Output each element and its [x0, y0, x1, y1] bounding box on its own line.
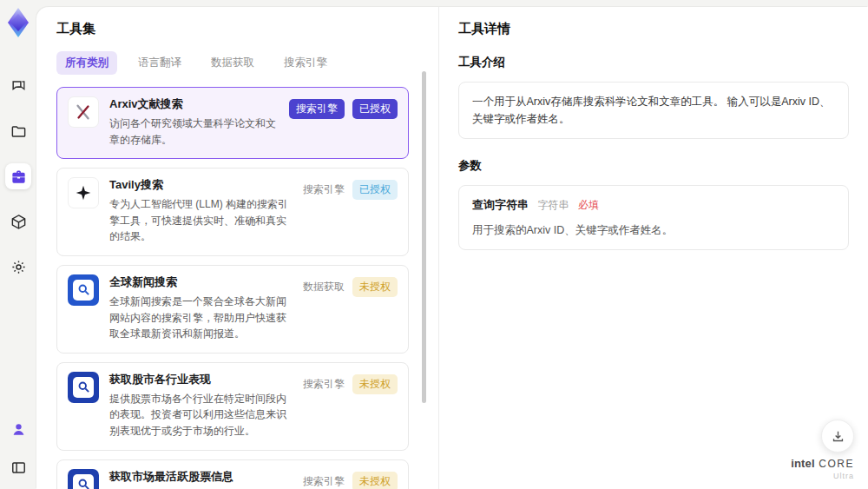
params-heading: 参数 [458, 158, 849, 174]
tool-name: Arxiv文献搜索 [109, 96, 279, 112]
category-tabs: 所有类别 语言翻译 数据获取 搜索引擎 [56, 51, 421, 75]
arxiv-icon [68, 96, 99, 128]
folder-icon[interactable] [5, 118, 31, 144]
category-badge: 搜索引擎 [303, 180, 345, 200]
stock-search-icon [68, 372, 99, 403]
app-logo-icon [5, 7, 31, 38]
cube-icon[interactable] [5, 208, 31, 235]
gear-icon[interactable] [5, 254, 31, 280]
tool-name: 获取市场最活跃股票信息 [109, 469, 293, 485]
app-window: 工具集 所有类别 语言翻译 数据获取 搜索引擎 A [0, 0, 868, 489]
page-title: 工具集 [56, 21, 421, 37]
tool-desc: 访问各个研究领域大量科学论文和文章的存储库。 [109, 116, 279, 148]
status-badge: 未授权 [352, 277, 398, 297]
core-logo-text: CORE [819, 458, 854, 470]
user-avatar-icon[interactable] [5, 416, 31, 442]
param-type: 字符串 [537, 199, 569, 211]
intel-logo-text: intel [791, 457, 815, 470]
nav-rail [0, 0, 36, 489]
tool-card-arxiv[interactable]: Arxiv文献搜索 访问各个研究领域大量科学论文和文章的存储库。 搜索引擎 已授… [56, 87, 409, 159]
tool-detail-panel: 工具详情 工具介绍 一个用于从Arxiv存储库搜索科学论文和文章的工具。 输入可… [438, 7, 868, 489]
tab-search-engine[interactable]: 搜索引擎 [275, 51, 336, 75]
category-badge: 搜索引擎 [303, 374, 345, 394]
list-scrollbar[interactable] [422, 71, 426, 403]
tool-name: 获取股市各行业表现 [109, 372, 293, 387]
param-box: 查询字符串 字符串 必填 用于搜索的Arxiv ID、关键字或作者姓名。 [458, 185, 849, 250]
news-search-icon [68, 274, 99, 306]
intro-heading: 工具介绍 [458, 55, 849, 70]
intro-box: 一个用于从Arxiv存储库搜索科学论文和文章的工具。 输入可以是Arxiv ID… [458, 82, 849, 139]
status-badge: 已授权 [352, 99, 398, 119]
param-name: 查询字符串 [472, 198, 529, 211]
tool-desc: 全球新闻搜索是一个聚合全球各大新闻网站内容的搜索引擎，帮助用户快速获取全球最新资… [109, 294, 293, 342]
download-icon [831, 429, 845, 444]
tab-data-fetch[interactable]: 数据获取 [202, 51, 263, 75]
status-badge: 未授权 [352, 374, 398, 394]
category-badge: 搜索引擎 [289, 99, 345, 119]
tool-desc: 专为人工智能代理 (LLM) 构建的搜索引擎工具，可快速提供实时、准确和真实的结… [109, 196, 293, 245]
tool-card-sector-performance[interactable]: 获取股市各行业表现 提供股票市场各个行业在特定时间段内的表现。投资者可以利用这些… [56, 362, 409, 451]
tab-all-categories[interactable]: 所有类别 [56, 51, 117, 75]
tools-briefcase-icon[interactable] [5, 163, 31, 189]
tool-name: 全球新闻搜索 [109, 274, 293, 290]
param-desc: 用于搜索的Arxiv ID、关键字或作者姓名。 [472, 221, 835, 239]
ultra-logo-text: Ultra [791, 472, 854, 480]
download-button[interactable] [821, 420, 854, 453]
tool-card-tavily[interactable]: Tavily搜索 专为人工智能代理 (LLM) 构建的搜索引擎工具，可快速提供实… [56, 168, 409, 256]
category-badge: 数据获取 [303, 277, 345, 297]
status-badge: 已授权 [352, 180, 398, 200]
panel-toggle-icon[interactable] [5, 454, 31, 480]
tool-list: Arxiv文献搜索 访问各个研究领域大量科学论文和文章的存储库。 搜索引擎 已授… [56, 87, 421, 489]
chat-icon[interactable] [5, 73, 31, 99]
tool-list-panel: 工具集 所有类别 语言翻译 数据获取 搜索引擎 A [36, 7, 438, 489]
tab-language-translation[interactable]: 语言翻译 [129, 51, 190, 75]
category-badge: 搜索引擎 [303, 472, 345, 489]
tool-card-most-active-stocks[interactable]: 获取市场最活跃股票信息 提供当天交易量最高的股票列表，投资者可以利用这些信息来识… [56, 459, 409, 489]
tool-card-global-news[interactable]: 全球新闻搜索 全球新闻搜索是一个聚合全球各大新闻网站内容的搜索引擎，帮助用户快速… [56, 265, 409, 354]
detail-title: 工具详情 [458, 21, 849, 37]
stock-search-icon [68, 469, 99, 489]
param-required-badge: 必填 [578, 199, 599, 211]
status-badge: 未授权 [352, 472, 398, 489]
tool-desc: 提供股票市场各个行业在特定时间段内的表现。投资者可以利用这些信息来识别表现优于或… [109, 391, 293, 439]
intel-core-badge: intel CORE Ultra [791, 456, 854, 480]
tavily-star-icon [68, 177, 99, 208]
intro-text: 一个用于从Arxiv存储库搜索科学论文和文章的工具。 输入可以是Arxiv ID… [472, 96, 831, 125]
content-card: 工具集 所有类别 语言翻译 数据获取 搜索引擎 A [36, 7, 868, 489]
tool-name: Tavily搜索 [109, 177, 293, 193]
